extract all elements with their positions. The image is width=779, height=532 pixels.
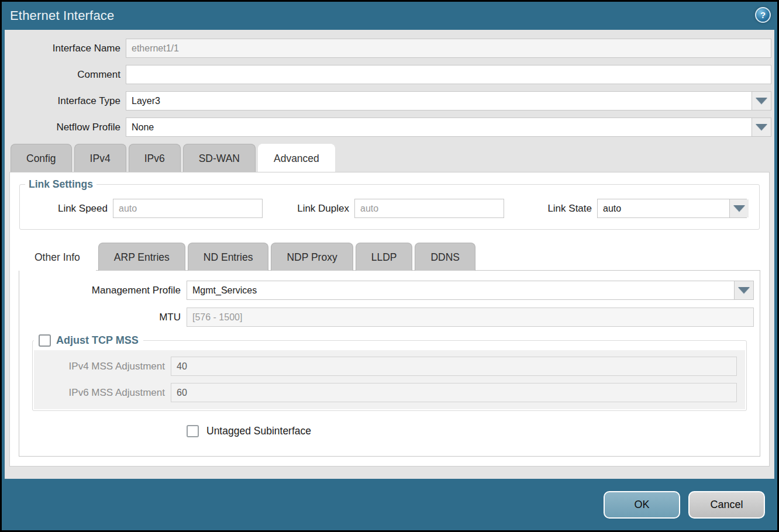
tab-ipv4[interactable]: IPv4 (74, 144, 126, 172)
dialog-footer: OK Cancel (2, 479, 777, 530)
tab-arp-entries[interactable]: ARP Entries (98, 243, 185, 271)
ipv4-mss-input (171, 357, 736, 375)
adjust-tcp-mss-checkbox[interactable] (39, 334, 51, 347)
adjust-tcp-mss-title: Adjust TCP MSS (56, 334, 139, 347)
tab-sdwan[interactable]: SD-WAN (183, 144, 256, 172)
tab-config[interactable]: Config (11, 144, 72, 172)
interface-type-dropdown[interactable] (126, 91, 771, 110)
interface-type-dropdown-button[interactable] (752, 92, 771, 110)
mtu-row: MTU (25, 308, 754, 327)
ipv6-mss-label: IPv6 MSS Adjustment (34, 387, 165, 399)
link-state-value[interactable] (598, 199, 729, 217)
advanced-tab-panel: Link Settings Link Speed Link Duplex (9, 172, 770, 467)
ipv4-mss-label: IPv4 MSS Adjustment (34, 361, 165, 372)
comment-label: Comment (5, 69, 120, 81)
tab-ipv6[interactable]: IPv6 (129, 144, 181, 172)
dialog-title: Ethernet Interface (10, 8, 114, 23)
ipv6-mss-row: IPv6 MSS Adjustment (34, 383, 737, 402)
interface-name-input (126, 39, 771, 57)
management-profile-dropdown[interactable] (187, 281, 754, 300)
tab-lldp[interactable]: LLDP (356, 243, 413, 271)
link-duplex-label: Link Duplex (291, 203, 349, 215)
chevron-down-icon (756, 98, 767, 104)
ipv4-mss-row: IPv4 MSS Adjustment (34, 357, 737, 376)
ipv6-mss-field (171, 383, 737, 402)
inner-tab-strip: Other Info ARP Entries ND Entries NDP Pr… (10, 243, 769, 271)
ipv4-mss-field (171, 357, 737, 376)
link-settings-row: Link Speed Link Duplex Link State (20, 199, 759, 218)
other-info-panel: Management Profile MTU (19, 270, 760, 457)
main-tab-strip: Config IPv4 IPv6 SD-WAN Advanced (5, 144, 774, 172)
ipv6-mss-input (171, 384, 736, 402)
link-duplex-input[interactable] (355, 199, 504, 217)
untagged-subinterface-label: Untagged Subinterface (206, 425, 311, 437)
mtu-input[interactable] (187, 308, 753, 326)
netflow-profile-label: Netflow Profile (5, 122, 120, 133)
link-state-label: Link State (540, 203, 592, 215)
comment-input[interactable] (126, 65, 771, 84)
link-speed-label: Link Speed (20, 203, 108, 215)
interface-type-label: Interface Type (5, 95, 120, 107)
comment-row: Comment (5, 65, 771, 84)
ok-button[interactable]: OK (604, 491, 680, 519)
cancel-button[interactable]: Cancel (688, 491, 765, 519)
tab-nd-entries[interactable]: ND Entries (188, 243, 269, 271)
link-speed-group: Link Speed (20, 199, 263, 218)
link-duplex-field[interactable] (354, 199, 504, 218)
management-profile-value[interactable] (187, 281, 734, 299)
tab-ddns[interactable]: DDNS (415, 243, 475, 271)
netflow-profile-row: Netflow Profile (5, 118, 771, 137)
tab-ndp-proxy[interactable]: NDP Proxy (271, 243, 353, 271)
untagged-subinterface-checkbox[interactable] (187, 425, 199, 437)
management-profile-label: Management Profile (25, 285, 181, 296)
link-speed-input[interactable] (113, 199, 262, 217)
mtu-label: MTU (25, 312, 181, 323)
netflow-profile-dropdown-button[interactable] (752, 118, 771, 136)
interface-type-row: Interface Type (5, 91, 771, 110)
adjust-tcp-mss-legend: Adjust TCP MSS (34, 334, 143, 347)
link-duplex-group: Link Duplex (291, 199, 504, 218)
titlebar: Ethernet Interface ? (2, 2, 777, 30)
management-profile-row: Management Profile (25, 281, 754, 300)
mtu-field[interactable] (187, 308, 754, 327)
help-icon[interactable]: ? (755, 7, 771, 23)
link-state-dropdown[interactable] (597, 199, 747, 218)
netflow-profile-value[interactable] (126, 118, 752, 136)
chevron-down-icon (733, 205, 745, 212)
interface-name-label: Interface Name (5, 43, 120, 54)
adjust-tcp-mss-body: IPv4 MSS Adjustment IPv6 MSS Adjustment (34, 350, 745, 409)
link-settings-fieldset: Link Settings Link Speed Link Duplex (19, 178, 760, 230)
dialog-body: Interface Name Comment Interface Type (5, 30, 774, 479)
link-speed-field[interactable] (113, 199, 263, 218)
comment-field[interactable] (126, 65, 771, 84)
interface-name-row: Interface Name (5, 39, 771, 58)
tab-advanced[interactable]: Advanced (258, 144, 335, 172)
interface-name-field (126, 39, 771, 58)
tab-other-info[interactable]: Other Info (19, 243, 96, 271)
link-state-dropdown-button[interactable] (729, 199, 749, 217)
untagged-subinterface-row: Untagged Subinterface (187, 425, 754, 437)
netflow-profile-dropdown[interactable] (126, 118, 771, 137)
chevron-down-icon (738, 287, 750, 293)
top-form: Interface Name Comment Interface Type (5, 30, 774, 137)
management-profile-dropdown-button[interactable] (734, 281, 753, 299)
chevron-down-icon (756, 124, 767, 130)
interface-type-value[interactable] (126, 92, 752, 110)
link-state-group: Link State (540, 199, 747, 218)
ethernet-interface-dialog: Ethernet Interface ? Interface Name Comm… (0, 0, 779, 532)
link-settings-legend: Link Settings (25, 178, 96, 191)
adjust-tcp-mss-fieldset: Adjust TCP MSS IPv4 MSS Adjustment IPv6 … (32, 334, 747, 411)
